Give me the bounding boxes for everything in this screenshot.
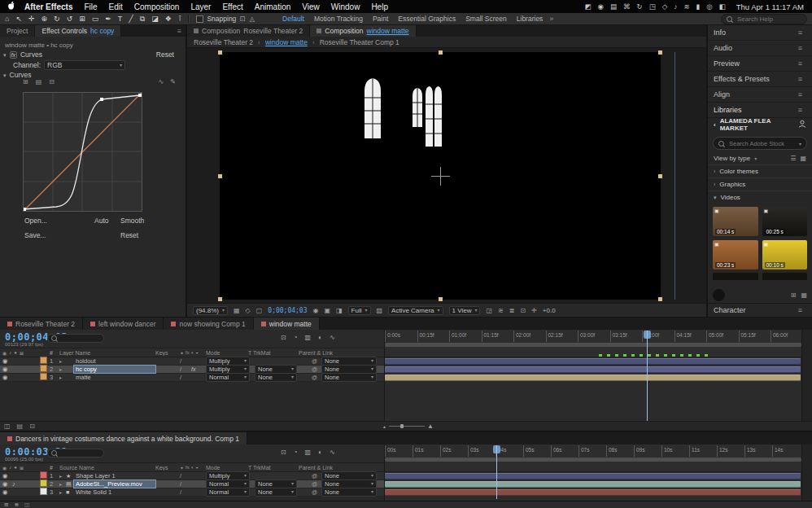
- apple-menu-icon[interactable]: [8, 1, 16, 12]
- effect-name[interactable]: Curves: [20, 50, 42, 59]
- timeline-search[interactable]: [47, 334, 104, 343]
- layer-label-swatch[interactable]: [40, 357, 47, 364]
- timeline-tab[interactable]: now showing Comp 1: [164, 318, 253, 330]
- work-area-bar[interactable]: [385, 343, 801, 347]
- snap-edges-icon[interactable]: ⊡: [239, 15, 245, 23]
- curves-editor[interactable]: [23, 92, 142, 212]
- breadcrumb-item[interactable]: window matte: [253, 38, 308, 46]
- workspace-button[interactable]: Paint: [373, 15, 388, 23]
- layer-label-swatch[interactable]: [40, 373, 47, 380]
- parent-pickwhip-icon[interactable]: [312, 366, 321, 373]
- zoom-out-icon[interactable]: [382, 423, 386, 430]
- show-snapshot-icon[interactable]: ▣: [324, 307, 330, 314]
- chevron-down-icon[interactable]: ▾: [799, 141, 801, 147]
- work-area-bar[interactable]: [385, 458, 801, 462]
- parent-pickwhip-icon[interactable]: [312, 488, 321, 496]
- expand-arrow-icon[interactable]: [3, 50, 7, 59]
- library-section[interactable]: › Color themes: [708, 164, 812, 177]
- composition-tab[interactable]: Composition Roseville Theater 2: [187, 25, 310, 37]
- auto-button[interactable]: Auto: [94, 217, 109, 225]
- snap-features-icon[interactable]: ◬: [249, 15, 255, 23]
- motion-blur-icon[interactable]: ◐: [318, 334, 322, 341]
- panel-menu-icon[interactable]: [794, 306, 806, 314]
- frame-blend-icon[interactable]: ▥: [305, 449, 312, 456]
- zoom-knob[interactable]: [400, 424, 404, 428]
- layer-duration-bar[interactable]: [385, 374, 801, 381]
- snapping-checkbox[interactable]: [196, 15, 203, 23]
- camera-select[interactable]: Active Camera: [388, 306, 443, 315]
- timeline-search-input[interactable]: [57, 449, 100, 457]
- panel-tab[interactable]: Align: [708, 87, 812, 103]
- brush-tool[interactable]: ╱: [129, 15, 133, 23]
- blend-mode-select[interactable]: Normal: [206, 373, 250, 382]
- fx-toggle[interactable]: fx: [191, 366, 206, 372]
- hand-tool[interactable]: ✛: [28, 15, 35, 23]
- panel-tab[interactable]: Audio: [708, 41, 812, 56]
- preview-timecode[interactable]: 0;00;04;03: [268, 307, 307, 314]
- workspace-button[interactable]: Motion Tracking: [314, 15, 363, 23]
- library-section[interactable]: ▾ Videos: [708, 190, 812, 204]
- pan-behind-tool[interactable]: ⊞: [79, 15, 85, 23]
- frame-blend-icon[interactable]: ▥: [305, 334, 312, 341]
- parent-pickwhip-icon[interactable]: [312, 472, 321, 480]
- menubar-clock[interactable]: Thu Apr 1 11:17 AM: [736, 2, 804, 11]
- roto-brush-tool[interactable]: ❖: [165, 15, 172, 23]
- workspace-button[interactable]: Essential Graphics: [398, 15, 456, 23]
- tab-effect-controls[interactable]: Effect Controls hc copy: [35, 25, 121, 37]
- battery-icon[interactable]: ▮: [696, 2, 701, 11]
- visibility-toggle[interactable]: ◉: [2, 374, 12, 381]
- menu-item[interactable]: Layer: [190, 2, 211, 11]
- layer-label-swatch[interactable]: [40, 365, 47, 372]
- add-library-item-icon[interactable]: ⊞: [791, 291, 797, 299]
- effect-reset-link[interactable]: Reset: [156, 50, 174, 59]
- panel-tab[interactable]: Info: [708, 25, 812, 41]
- timeline-tab[interactable]: left window dancer: [83, 318, 164, 330]
- panel-menu-icon[interactable]: [794, 28, 806, 37]
- menu-item[interactable]: Animation: [255, 2, 290, 11]
- expand-arrow-icon[interactable]: [59, 374, 66, 381]
- stock-video-thumbnail[interactable]: 00:25 s: [762, 207, 808, 236]
- parent-select[interactable]: None: [321, 488, 377, 497]
- selection-handle[interactable]: [658, 50, 662, 55]
- expand-arrow-icon[interactable]: [59, 366, 66, 373]
- blend-mode-select[interactable]: Normal: [206, 488, 250, 497]
- layer-duration-bar[interactable]: [385, 473, 801, 480]
- expand-arrow-icon[interactable]: [59, 472, 66, 480]
- fast-previews-icon[interactable]: ≋: [498, 307, 504, 314]
- help-search-input[interactable]: [736, 15, 801, 24]
- audio-toggle[interactable]: ♪: [12, 480, 22, 488]
- menu-item[interactable]: Edit: [109, 2, 123, 11]
- open-button[interactable]: Open...: [24, 217, 47, 225]
- menu-item[interactable]: Effect: [222, 2, 242, 11]
- timeline-tab[interactable]: Roseville Theater 2: [0, 318, 83, 330]
- trkmat-select[interactable]: None: [255, 373, 297, 382]
- layer-label-swatch[interactable]: [40, 471, 47, 479]
- reset-exposure-icon[interactable]: ✛: [531, 307, 537, 314]
- snapshot-icon[interactable]: ◉: [312, 307, 318, 314]
- region-of-interest-icon[interactable]: ▢: [256, 307, 263, 314]
- anchor-point-crosshair[interactable]: [440, 167, 441, 186]
- stock-search-input[interactable]: [727, 139, 796, 148]
- stock-video-thumbnail[interactable]: 00:14 s: [713, 207, 758, 236]
- volume-icon[interactable]: ♪: [674, 2, 677, 11]
- stock-video-thumbnail-partial[interactable]: [762, 273, 808, 280]
- channel-grid-icon[interactable]: ⊞: [23, 78, 28, 85]
- composition-viewer[interactable]: [187, 48, 706, 303]
- layer-label-swatch[interactable]: [40, 480, 47, 487]
- visibility-toggle[interactable]: ◉: [2, 472, 12, 480]
- breadcrumb-item[interactable]: Roseville Theater 2: [194, 38, 253, 46]
- selection-handle[interactable]: [218, 297, 222, 301]
- layer-duration-bar[interactable]: [385, 489, 801, 496]
- airplay-icon[interactable]: ◳: [649, 2, 656, 11]
- in-out-columns-icon[interactable]: ⊡: [29, 423, 35, 430]
- grid-view-icon[interactable]: ▦: [800, 155, 806, 162]
- panel-tab[interactable]: Preview: [708, 56, 812, 72]
- stock-search[interactable]: ▾: [713, 137, 807, 150]
- mini-flowchart-icon[interactable]: ⊡: [281, 334, 286, 341]
- rotation-tool[interactable]: ↺: [67, 15, 73, 23]
- graph-editor-icon[interactable]: ∿: [330, 334, 335, 341]
- composition-tab[interactable]: Composition window matte: [310, 25, 416, 37]
- layer-row[interactable]: ◉ ♪ 2 ▤ AdobeSt..._Preview.mov / Normal: [0, 480, 812, 488]
- timeline-search-input[interactable]: [57, 335, 100, 342]
- playhead-line[interactable]: [496, 445, 497, 499]
